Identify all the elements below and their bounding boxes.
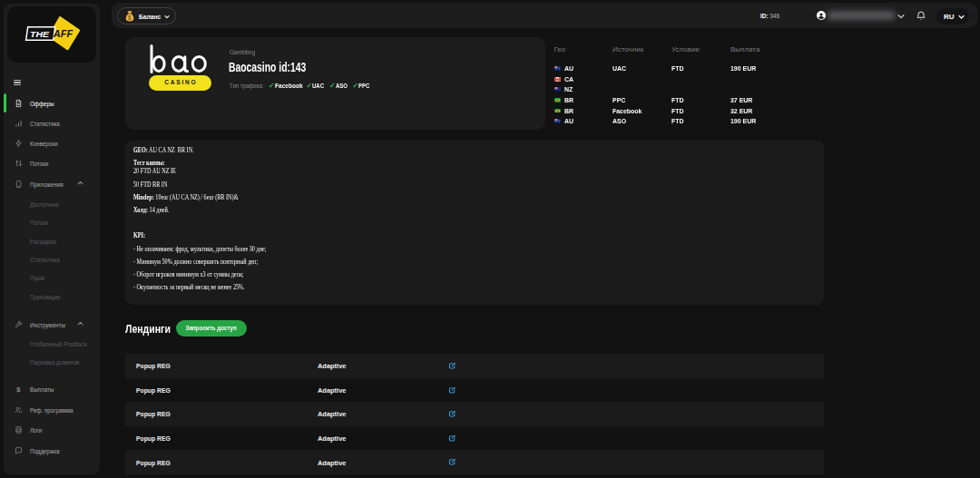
svg-text:THE: THE bbox=[30, 29, 50, 39]
svg-text:$: $ bbox=[16, 385, 21, 393]
svg-text:AFF: AFF bbox=[53, 28, 74, 39]
svg-text:$: $ bbox=[128, 15, 132, 22]
